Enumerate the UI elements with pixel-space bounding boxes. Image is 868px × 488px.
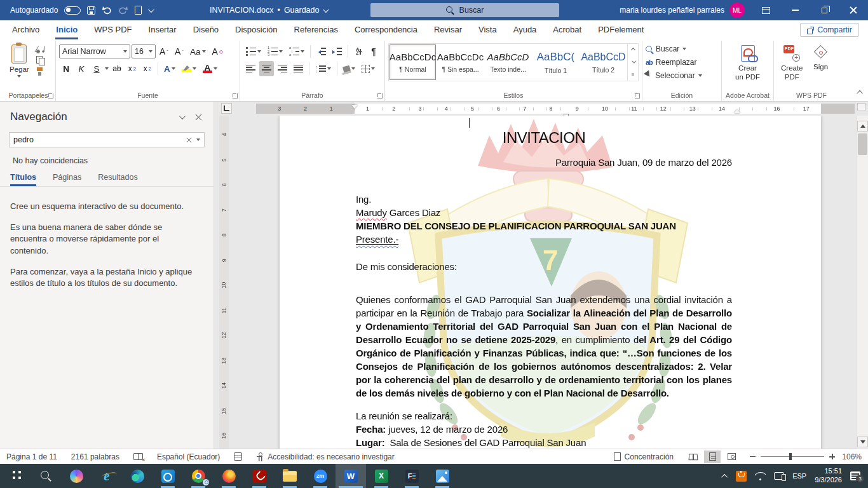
- zoom-out-button[interactable]: [750, 456, 756, 458]
- accessibility-status[interactable]: Accesibilidad: es necesario investigar: [256, 452, 394, 461]
- zoom-slider[interactable]: [761, 456, 824, 458]
- align-center-button[interactable]: [259, 61, 274, 76]
- clipboard-dialog-launcher-icon[interactable]: [48, 93, 53, 98]
- find-button[interactable]: Buscar: [646, 43, 718, 55]
- copilot-button[interactable]: [61, 464, 92, 488]
- document-page[interactable]: 7: [280, 116, 821, 449]
- change-case-button[interactable]: Aa: [187, 44, 208, 59]
- justify-button[interactable]: [291, 61, 306, 76]
- display-tray-icon[interactable]: [774, 472, 784, 480]
- tab-vista[interactable]: Vista: [470, 20, 505, 39]
- chrome-button[interactable]: [183, 464, 214, 488]
- cut-icon[interactable]: [36, 44, 45, 53]
- sort-button[interactable]: AZ: [351, 44, 365, 59]
- outlook-button[interactable]: [153, 464, 183, 488]
- scroll-up-button[interactable]: [857, 121, 868, 132]
- align-right-button[interactable]: [275, 61, 290, 76]
- multilevel-list-button[interactable]: aia: [287, 44, 307, 59]
- file-explorer-button[interactable]: [275, 464, 305, 488]
- taskbar-search-button[interactable]: [31, 464, 61, 488]
- scrollbar-thumb[interactable]: [858, 133, 867, 155]
- ruler-toggle-button[interactable]: [857, 103, 865, 111]
- collapse-ribbon-button[interactable]: [858, 86, 863, 97]
- scroll-down-button[interactable]: [857, 437, 868, 447]
- proofing-errors-icon[interactable]: [133, 453, 143, 460]
- style-titulo-2[interactable]: AaBbCcDTítulo 2: [580, 44, 627, 80]
- underline-button[interactable]: S: [90, 61, 104, 76]
- font-family-select[interactable]: Arial Narrow: [59, 44, 130, 58]
- styles-dialog-launcher-icon[interactable]: [635, 93, 640, 98]
- tab-stop-selector[interactable]: [221, 103, 232, 114]
- minimize-button[interactable]: [780, 0, 810, 20]
- navigation-close-icon[interactable]: [195, 114, 202, 121]
- tab-revisar[interactable]: Revisar: [426, 20, 470, 39]
- underline-dropdown-icon[interactable]: [105, 67, 109, 70]
- avatar[interactable]: ML: [729, 3, 745, 18]
- page-indicator[interactable]: Página 1 de 11: [6, 452, 57, 461]
- tab-pdfelement[interactable]: PDFelement: [590, 20, 652, 39]
- grow-font-button[interactable]: Aˆ: [157, 44, 171, 59]
- acrobat-button[interactable]: [244, 464, 275, 488]
- close-button[interactable]: [839, 0, 868, 20]
- vertical-scrollbar[interactable]: [856, 116, 868, 449]
- navigation-search-box[interactable]: [9, 132, 205, 147]
- pdfelement-button[interactable]: F: [397, 464, 427, 488]
- zoom-percentage[interactable]: 106%: [840, 452, 862, 461]
- show-marks-button[interactable]: ¶: [367, 44, 381, 59]
- ribbon-display-options-button[interactable]: [751, 0, 780, 20]
- styles-scroll-up-button[interactable]: [628, 44, 638, 56]
- edge-button[interactable]: [122, 464, 153, 488]
- right-indent-marker[interactable]: [734, 109, 740, 113]
- quick-access-chevron-icon[interactable]: [148, 6, 154, 13]
- clear-search-icon[interactable]: [186, 137, 192, 143]
- superscript-button[interactable]: x2: [140, 61, 154, 76]
- clock[interactable]: 15:51 9/3/2026: [815, 467, 842, 485]
- copy-icon[interactable]: [36, 56, 45, 65]
- styles-scroll-down-button[interactable]: [628, 56, 638, 68]
- strikethrough-button[interactable]: ab: [110, 61, 124, 76]
- create-pdf-acrobat-button[interactable]: Crearun PDF: [725, 42, 770, 82]
- select-button[interactable]: Seleccionar: [646, 69, 718, 82]
- paste-button[interactable]: Pegar: [4, 42, 34, 79]
- tab-inicio[interactable]: Inicio: [48, 20, 86, 39]
- font-size-select[interactable]: 16: [132, 44, 156, 58]
- vertical-ruler[interactable]: 45678910111213141516: [219, 116, 229, 449]
- wps-sign-button[interactable]: Sign: [810, 42, 832, 82]
- excel-button[interactable]: X: [366, 464, 397, 488]
- java-tray-icon[interactable]: [736, 471, 747, 482]
- autosave-toggle[interactable]: [64, 6, 81, 15]
- increase-indent-button[interactable]: [330, 44, 344, 59]
- undo-icon[interactable]: [102, 5, 112, 15]
- first-line-indent-marker[interactable]: [351, 105, 358, 109]
- tab-wps-pdf[interactable]: WPS PDF: [86, 20, 140, 39]
- language-switcher[interactable]: ESP: [792, 472, 806, 480]
- font-dialog-launcher-icon[interactable]: [233, 93, 238, 98]
- search-options-icon[interactable]: [196, 139, 200, 141]
- word-count[interactable]: 2161 palabras: [71, 452, 119, 461]
- internet-explorer-button[interactable]: e: [92, 464, 122, 488]
- wps-create-pdf-button[interactable]: PDF+ CreatePDF: [777, 42, 807, 82]
- subscript-button[interactable]: x2: [125, 61, 139, 76]
- bold-button[interactable]: N: [59, 61, 73, 76]
- borders-button[interactable]: [359, 61, 377, 76]
- format-painter-icon[interactable]: [36, 67, 45, 76]
- wifi-icon[interactable]: [755, 472, 766, 480]
- style-sin-espaciado[interactable]: AaBbCcDc¶ Sin espa...: [437, 44, 484, 80]
- italic-button[interactable]: K: [74, 61, 88, 76]
- photos-button[interactable]: [427, 464, 458, 488]
- print-layout-button[interactable]: [704, 451, 721, 463]
- font-color-button[interactable]: A: [200, 61, 220, 76]
- language-indicator[interactable]: Español (Ecuador): [157, 452, 220, 461]
- notification-center-button[interactable]: 3: [850, 471, 860, 480]
- firefox-button[interactable]: [214, 464, 244, 488]
- clear-formatting-button[interactable]: A◇: [210, 44, 226, 59]
- style-titulo-1[interactable]: AaBbC(Título 1: [532, 44, 579, 80]
- save-icon[interactable]: [87, 6, 95, 15]
- nav-tab-paginas[interactable]: Páginas: [53, 173, 81, 186]
- styles-more-button[interactable]: ≡: [628, 69, 638, 81]
- document-title-area[interactable]: INVITACION.docx • Guardado: [210, 0, 327, 20]
- navigation-search-input[interactable]: [13, 135, 182, 144]
- document-text[interactable]: INVITACION Parroquia San Juan, 09 de mar…: [356, 116, 732, 449]
- tab-archivo[interactable]: Archivo: [4, 20, 48, 39]
- share-button[interactable]: Compartir: [800, 23, 859, 37]
